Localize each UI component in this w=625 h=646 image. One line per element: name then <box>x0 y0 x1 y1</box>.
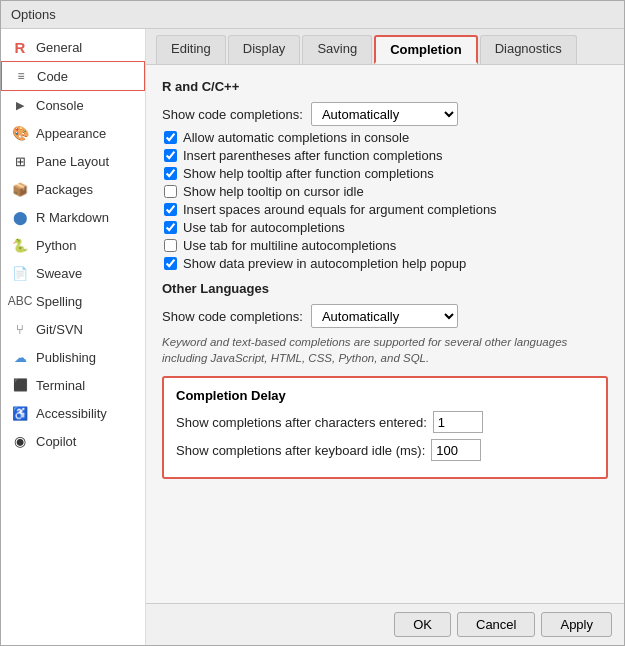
checkbox-auto-console: Allow automatic completions in console <box>162 130 608 145</box>
tab-auto-checkbox[interactable] <box>164 221 177 234</box>
tab-display[interactable]: Display <box>228 35 301 64</box>
pane-layout-icon: ⊞ <box>11 152 29 170</box>
sidebar-label-pane-layout: Pane Layout <box>36 154 109 169</box>
tooltip-cursor-checkbox[interactable] <box>164 185 177 198</box>
spaces-equals-checkbox[interactable] <box>164 203 177 216</box>
sidebar-label-packages: Packages <box>36 182 93 197</box>
data-preview-checkbox[interactable] <box>164 257 177 270</box>
sidebar-item-terminal[interactable]: ⬛ Terminal <box>1 371 145 399</box>
window-title: Options <box>11 7 56 22</box>
sidebar-item-python[interactable]: 🐍 Python <box>1 231 145 259</box>
sidebar-label-spelling: Spelling <box>36 294 82 309</box>
other-completions-select[interactable]: Automatically When Triggered ($) Never <box>311 304 458 328</box>
insert-parens-checkbox[interactable] <box>164 149 177 162</box>
title-bar: Options <box>1 1 624 29</box>
spaces-equals-label[interactable]: Insert spaces around equals for argument… <box>183 202 497 217</box>
delay-chars-label: Show completions after characters entere… <box>176 415 427 430</box>
sidebar-item-copilot[interactable]: ◉ Copilot <box>1 427 145 455</box>
delay-idle-row: Show completions after keyboard idle (ms… <box>176 439 594 461</box>
sidebar-item-git-svn[interactable]: ⑂ Git/SVN <box>1 315 145 343</box>
sidebar-label-rmarkdown: R Markdown <box>36 210 109 225</box>
copilot-icon: ◉ <box>11 432 29 450</box>
terminal-icon: ⬛ <box>11 376 29 394</box>
auto-console-checkbox[interactable] <box>164 131 177 144</box>
tab-diagnostics[interactable]: Diagnostics <box>480 35 577 64</box>
sidebar-item-r-markdown[interactable]: ⬤ R Markdown <box>1 203 145 231</box>
sidebar-label-sweave: Sweave <box>36 266 82 281</box>
sidebar-label-code: Code <box>37 69 68 84</box>
auto-console-label[interactable]: Allow automatic completions in console <box>183 130 409 145</box>
delay-title: Completion Delay <box>176 388 594 403</box>
rc-section-title: R and C/C++ <box>162 79 608 94</box>
sidebar-item-general[interactable]: R General <box>1 33 145 61</box>
sidebar-label-publishing: Publishing <box>36 350 96 365</box>
insert-parens-label[interactable]: Insert parentheses after function comple… <box>183 148 442 163</box>
python-icon: 🐍 <box>11 236 29 254</box>
info-text: Keyword and text-based completions are s… <box>162 334 608 366</box>
sidebar-label-console: Console <box>36 98 84 113</box>
sidebar-item-appearance[interactable]: 🎨 Appearance <box>1 119 145 147</box>
console-icon: ▶ <box>11 96 29 114</box>
cancel-button[interactable]: Cancel <box>457 612 535 637</box>
spelling-icon: ABC <box>11 292 29 310</box>
show-tooltip-checkbox[interactable] <box>164 167 177 180</box>
sidebar-item-code[interactable]: ≡ Code <box>1 61 145 91</box>
options-window: Options R General ≡ Code ▶ Console 🎨 App… <box>0 0 625 646</box>
sidebar-item-spelling[interactable]: ABC Spelling <box>1 287 145 315</box>
appearance-icon: 🎨 <box>11 124 29 142</box>
tab-multiline-label[interactable]: Use tab for multiline autocompletions <box>183 238 396 253</box>
tab-multiline-checkbox[interactable] <box>164 239 177 252</box>
sidebar-label-general: General <box>36 40 82 55</box>
sidebar-item-packages[interactable]: 📦 Packages <box>1 175 145 203</box>
sidebar-item-publishing[interactable]: ☁ Publishing <box>1 343 145 371</box>
completion-panel: R and C/C++ Show code completions: Autom… <box>146 65 624 603</box>
sidebar-label-accessibility: Accessibility <box>36 406 107 421</box>
other-completions-label: Show code completions: <box>162 309 303 324</box>
sidebar-label-terminal: Terminal <box>36 378 85 393</box>
checkbox-tab-auto: Use tab for autocompletions <box>162 220 608 235</box>
git-icon: ⑂ <box>11 320 29 338</box>
sidebar-label-appearance: Appearance <box>36 126 106 141</box>
sweave-icon: 📄 <box>11 264 29 282</box>
show-completions-row: Show code completions: Automatically Whe… <box>162 102 608 126</box>
tooltip-cursor-label[interactable]: Show help tooltip on cursor idle <box>183 184 364 199</box>
accessibility-icon: ♿ <box>11 404 29 422</box>
packages-icon: 📦 <box>11 180 29 198</box>
show-completions-select[interactable]: Automatically When Triggered ($) Never <box>311 102 458 126</box>
code-icon: ≡ <box>12 67 30 85</box>
data-preview-label[interactable]: Show data preview in autocompletion help… <box>183 256 466 271</box>
sidebar-label-git-svn: Git/SVN <box>36 322 83 337</box>
completion-delay-box: Completion Delay Show completions after … <box>162 376 608 479</box>
sidebar-item-pane-layout[interactable]: ⊞ Pane Layout <box>1 147 145 175</box>
delay-idle-label: Show completions after keyboard idle (ms… <box>176 443 425 458</box>
delay-chars-input[interactable] <box>433 411 483 433</box>
checkbox-tooltip-cursor: Show help tooltip on cursor idle <box>162 184 608 199</box>
sidebar-item-sweave[interactable]: 📄 Sweave <box>1 259 145 287</box>
other-section-title: Other Languages <box>162 281 608 296</box>
show-completions-label: Show code completions: <box>162 107 303 122</box>
delay-idle-input[interactable] <box>431 439 481 461</box>
sidebar-label-copilot: Copilot <box>36 434 76 449</box>
tab-auto-label[interactable]: Use tab for autocompletions <box>183 220 345 235</box>
footer: OK Cancel Apply <box>146 603 624 645</box>
apply-button[interactable]: Apply <box>541 612 612 637</box>
sidebar: R General ≡ Code ▶ Console 🎨 Appearance … <box>1 29 146 645</box>
tab-completion[interactable]: Completion <box>374 35 478 64</box>
ok-button[interactable]: OK <box>394 612 451 637</box>
main-panel: Editing Display Saving Completion Diagno… <box>146 29 624 645</box>
publishing-icon: ☁ <box>11 348 29 366</box>
sidebar-item-console[interactable]: ▶ Console <box>1 91 145 119</box>
sidebar-label-python: Python <box>36 238 76 253</box>
checkbox-insert-parens: Insert parentheses after function comple… <box>162 148 608 163</box>
sidebar-item-accessibility[interactable]: ♿ Accessibility <box>1 399 145 427</box>
tab-saving[interactable]: Saving <box>302 35 372 64</box>
tab-bar: Editing Display Saving Completion Diagno… <box>146 29 624 65</box>
other-completions-row: Show code completions: Automatically Whe… <box>162 304 608 328</box>
delay-chars-row: Show completions after characters entere… <box>176 411 594 433</box>
tab-editing[interactable]: Editing <box>156 35 226 64</box>
rmarkdown-icon: ⬤ <box>11 208 29 226</box>
general-icon: R <box>11 38 29 56</box>
show-tooltip-label[interactable]: Show help tooltip after function complet… <box>183 166 434 181</box>
checkbox-show-tooltip: Show help tooltip after function complet… <box>162 166 608 181</box>
checkbox-data-preview: Show data preview in autocompletion help… <box>162 256 608 271</box>
